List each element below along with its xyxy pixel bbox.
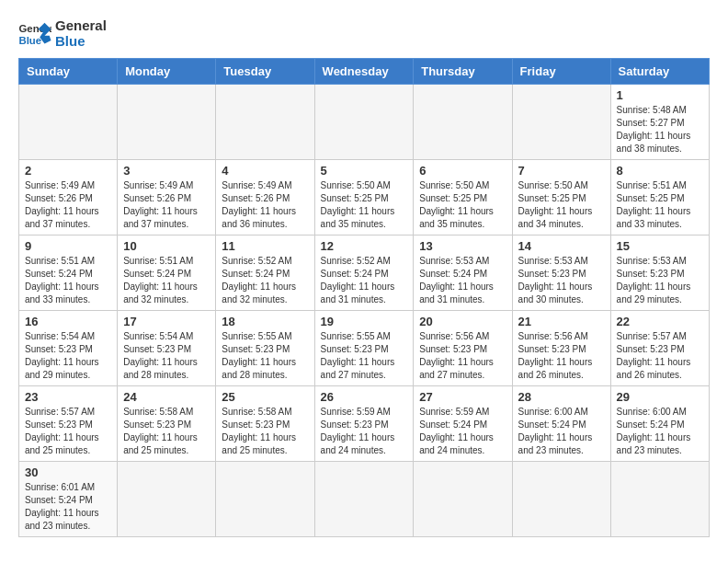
calendar-cell: 11Sunrise: 5:52 AMSunset: 5:24 PMDayligh… [216,236,314,311]
calendar-cell [314,85,414,160]
day-info: and 37 minutes. [123,218,210,231]
day-info: and 33 minutes. [25,293,111,306]
day-info: Sunrise: 5:53 AM [518,255,605,268]
day-info: and 26 minutes. [518,369,605,382]
day-number: 29 [617,390,703,404]
day-info: Sunrise: 6:00 AM [617,406,703,419]
day-number: 26 [321,390,408,404]
day-info: Sunrise: 5:49 AM [25,179,111,192]
day-info: Sunset: 5:23 PM [123,343,210,356]
day-info: Sunset: 5:23 PM [25,419,111,431]
day-info: Sunrise: 5:49 AM [222,179,308,192]
day-info: Sunset: 5:24 PM [25,494,111,507]
day-number: 22 [617,315,703,328]
day-info: and 36 minutes. [222,218,308,231]
day-number: 24 [123,390,210,404]
calendar-cell: 7Sunrise: 5:50 AMSunset: 5:25 PMDaylight… [512,160,610,236]
calendar-cell: 15Sunrise: 5:53 AMSunset: 5:23 PMDayligh… [610,236,709,311]
day-info: and 27 minutes. [321,369,408,382]
day-info: and 29 minutes. [25,369,111,382]
calendar-cell [414,462,512,537]
day-info: and 25 minutes. [222,444,308,457]
logo: General Blue General Blue [18,18,107,49]
calendar-cell: 13Sunrise: 5:53 AMSunset: 5:24 PMDayligh… [414,236,512,311]
day-info: and 34 minutes. [518,218,605,231]
calendar-cell [19,85,118,160]
calendar-cell: 24Sunrise: 5:58 AMSunset: 5:23 PMDayligh… [118,386,216,462]
day-info: and 29 minutes. [617,293,703,306]
calendar-cell: 4Sunrise: 5:49 AMSunset: 5:26 PMDaylight… [216,160,314,236]
day-info: Daylight: 11 hours [321,356,408,369]
day-info: and 37 minutes. [25,218,111,231]
day-number: 27 [419,390,506,404]
day-info: Sunset: 5:24 PM [518,419,605,431]
calendar-cell: 3Sunrise: 5:49 AMSunset: 5:26 PMDaylight… [118,160,216,236]
day-info: and 28 minutes. [123,369,210,382]
day-number: 12 [321,239,408,253]
calendar-cell [610,462,709,537]
day-info: Sunrise: 5:58 AM [222,406,308,419]
day-info: and 24 minutes. [321,444,408,457]
day-info: Sunset: 5:25 PM [518,192,605,205]
day-info: Sunset: 5:23 PM [222,343,308,356]
calendar-cell [118,85,216,160]
day-number: 5 [321,164,408,178]
day-info: Daylight: 11 hours [123,205,210,218]
calendar-cell: 12Sunrise: 5:52 AMSunset: 5:24 PMDayligh… [314,236,414,311]
day-number: 23 [25,390,111,404]
day-info: and 32 minutes. [123,293,210,306]
day-number: 28 [518,390,605,404]
day-of-week-header: Friday [512,59,610,85]
day-info: Sunrise: 5:57 AM [617,330,703,343]
day-info: Daylight: 11 hours [617,130,703,143]
day-info: Sunset: 5:25 PM [321,192,408,205]
calendar-cell [512,85,610,160]
day-info: Sunset: 5:26 PM [25,192,111,205]
day-info: Daylight: 11 hours [617,431,703,444]
calendar-cell: 18Sunrise: 5:55 AMSunset: 5:23 PMDayligh… [216,311,314,386]
day-info: Daylight: 11 hours [222,205,308,218]
calendar-week-row: 30Sunrise: 6:01 AMSunset: 5:24 PMDayligh… [19,462,710,537]
logo-svg: General Blue [18,21,51,47]
day-info: Daylight: 11 hours [25,281,111,293]
day-info: Daylight: 11 hours [419,205,506,218]
calendar-cell: 26Sunrise: 5:59 AMSunset: 5:23 PMDayligh… [314,386,414,462]
day-info: Daylight: 11 hours [222,356,308,369]
day-info: Daylight: 11 hours [419,356,506,369]
header: General Blue General Blue [18,18,710,49]
day-number: 1 [617,88,703,102]
day-info: Sunrise: 6:01 AM [25,481,111,494]
day-of-week-header: Saturday [610,59,709,85]
calendar-cell [118,462,216,537]
day-info: Sunset: 5:23 PM [123,419,210,431]
day-of-week-header: Wednesday [314,59,414,85]
calendar-cell: 14Sunrise: 5:53 AMSunset: 5:23 PMDayligh… [512,236,610,311]
day-info: and 35 minutes. [419,218,506,231]
day-info: Sunrise: 6:00 AM [518,406,605,419]
day-info: Sunrise: 5:53 AM [617,255,703,268]
day-info: Daylight: 11 hours [321,205,408,218]
calendar-week-row: 16Sunrise: 5:54 AMSunset: 5:23 PMDayligh… [19,311,710,386]
day-info: Daylight: 11 hours [518,281,605,293]
day-of-week-header: Tuesday [216,59,314,85]
day-info: Sunset: 5:23 PM [25,343,111,356]
calendar-cell [216,85,314,160]
day-info: Daylight: 11 hours [617,356,703,369]
calendar-cell: 9Sunrise: 5:51 AMSunset: 5:24 PMDaylight… [19,236,118,311]
calendar-cell [512,462,610,537]
calendar-cell: 20Sunrise: 5:56 AMSunset: 5:23 PMDayligh… [414,311,512,386]
day-number: 18 [222,315,308,328]
day-number: 19 [321,315,408,328]
day-number: 25 [222,390,308,404]
day-info: Sunrise: 5:59 AM [321,406,408,419]
calendar-cell: 17Sunrise: 5:54 AMSunset: 5:23 PMDayligh… [118,311,216,386]
day-info: Daylight: 11 hours [518,205,605,218]
day-of-week-header: Thursday [414,59,512,85]
day-info: Sunrise: 5:50 AM [321,179,408,192]
day-info: Daylight: 11 hours [25,205,111,218]
day-info: Sunset: 5:24 PM [25,268,111,281]
day-info: Sunrise: 5:58 AM [123,406,210,419]
day-info: and 30 minutes. [518,293,605,306]
calendar-cell: 16Sunrise: 5:54 AMSunset: 5:23 PMDayligh… [19,311,118,386]
calendar-cell: 10Sunrise: 5:51 AMSunset: 5:24 PMDayligh… [118,236,216,311]
